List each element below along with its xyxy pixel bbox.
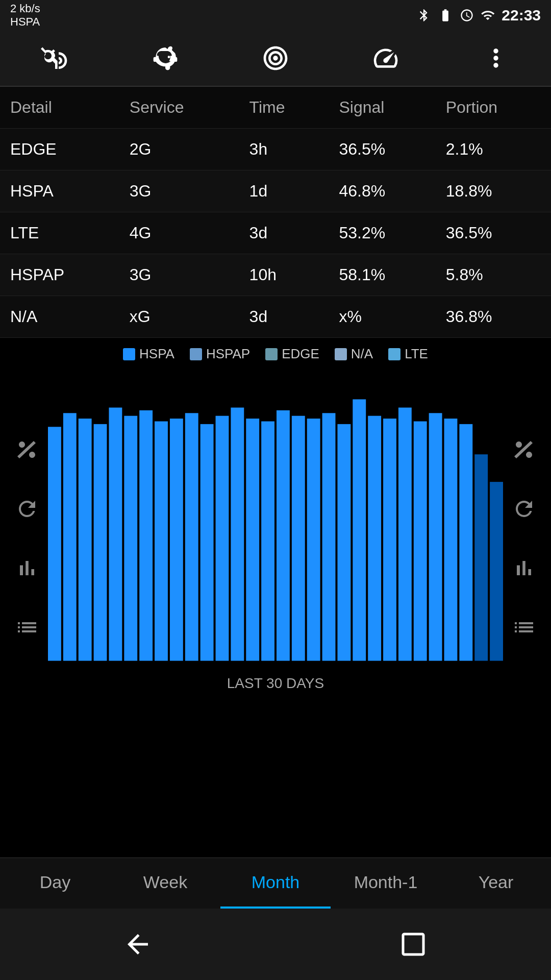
legend-label-hspap: HSPAP	[206, 346, 250, 362]
list-icon-right	[512, 615, 536, 640]
cell-portion: 2.1%	[436, 129, 551, 170]
cell-portion: 36.8%	[436, 296, 551, 338]
bar-6	[139, 410, 153, 661]
bar-13	[246, 419, 259, 661]
col-header-portion: Portion	[436, 87, 551, 129]
bar-18	[322, 413, 336, 660]
cell-time: 1d	[239, 170, 329, 212]
cell-service: 4G	[119, 212, 239, 254]
bar-chart-icon-right	[512, 556, 536, 580]
cell-time: 3d	[239, 212, 329, 254]
bar-2	[79, 419, 92, 661]
time-display: 22:33	[502, 7, 541, 24]
bar-16	[292, 416, 305, 661]
bar-0	[48, 427, 61, 660]
tab-week[interactable]: Week	[110, 858, 220, 909]
cell-signal: 46.8%	[329, 170, 435, 212]
cell-detail: EDGE	[0, 129, 119, 170]
auto-detect-button[interactable]	[255, 38, 296, 79]
nav-back-button[interactable]	[112, 924, 163, 965]
left-refresh-button[interactable]	[10, 492, 44, 526]
bar-12	[231, 408, 244, 661]
bar-23	[398, 408, 412, 661]
cell-portion: 5.8%	[436, 254, 551, 296]
tab-month[interactable]: Month	[220, 858, 331, 909]
legend-dot-lte	[388, 348, 400, 360]
clock-icon	[460, 8, 474, 22]
percent-icon-left	[15, 437, 39, 462]
cell-time: 10h	[239, 254, 329, 296]
left-list-button[interactable]	[10, 610, 44, 644]
left-percent-button[interactable]	[10, 433, 44, 467]
legend-label-n/a: N/A	[351, 346, 373, 362]
bar-24	[414, 421, 427, 660]
right-controls	[505, 380, 546, 697]
more-options-button[interactable]	[475, 38, 516, 79]
wifi-icon	[480, 8, 495, 22]
bottom-tabs: DayWeekMonthMonth-1Year	[0, 857, 551, 909]
status-bar: 2 kb/s HSPA 22:33	[0, 0, 551, 31]
legend-item-hspa: HSPA	[123, 346, 174, 362]
right-barchart-button[interactable]	[507, 551, 541, 585]
chart-label: LAST 30 DAYS	[5, 675, 546, 692]
bar-10	[201, 424, 214, 661]
auto-detect-icon	[261, 44, 290, 72]
table-row: N/AxG3dx%36.8%	[0, 296, 551, 338]
right-percent-button[interactable]	[507, 433, 541, 467]
cell-signal: 58.1%	[329, 254, 435, 296]
cell-detail: HSPAP	[0, 254, 119, 296]
cell-service: xG	[119, 296, 239, 338]
cell-service: 2G	[119, 129, 239, 170]
signal-tower-icon	[41, 44, 69, 72]
cell-service: 3G	[119, 170, 239, 212]
refresh-icon-right	[512, 497, 536, 521]
legend-label-edge: EDGE	[282, 346, 319, 362]
bar-11	[216, 416, 229, 661]
bar-14	[261, 421, 274, 660]
left-controls	[5, 380, 46, 697]
cell-time: 3d	[239, 296, 329, 338]
table-header-row: Detail Service Time Signal Portion	[0, 87, 551, 129]
bar-chart-icon-left	[15, 556, 39, 580]
cell-detail: LTE	[0, 212, 119, 254]
bar-3	[94, 424, 107, 661]
main-content: Detail Service Time Signal Portion EDGE2…	[0, 87, 551, 857]
col-header-time: Time	[239, 87, 329, 129]
cell-signal: 53.2%	[329, 212, 435, 254]
percent-icon-right	[512, 437, 536, 462]
cell-portion: 36.5%	[436, 212, 551, 254]
tab-year[interactable]: Year	[441, 858, 551, 909]
tab-day[interactable]: Day	[0, 858, 110, 909]
nav-home-button[interactable]	[388, 924, 439, 965]
back-arrow-icon	[122, 929, 153, 960]
cell-detail: N/A	[0, 296, 119, 338]
more-vert-icon	[482, 44, 510, 72]
legend-dot-hspap	[190, 348, 202, 360]
network-type: HSPA	[10, 15, 40, 29]
legend-label-hspa: HSPA	[139, 346, 174, 362]
right-list-button[interactable]	[507, 610, 541, 644]
legend-item-n/a: N/A	[335, 346, 373, 362]
bar-8	[170, 419, 183, 661]
network-speed: 2 kb/s	[10, 2, 40, 15]
data-table: Detail Service Time Signal Portion EDGE2…	[0, 87, 551, 338]
speedometer-icon	[371, 44, 400, 72]
col-header-signal: Signal	[329, 87, 435, 129]
table-row: HSPA3G1d46.8%18.8%	[0, 170, 551, 212]
table-row: HSPAP3G10h58.1%5.8%	[0, 254, 551, 296]
legend-dot-edge	[265, 348, 278, 360]
cell-time: 3h	[239, 129, 329, 170]
legend-item-edge: EDGE	[265, 346, 319, 362]
left-barchart-button[interactable]	[10, 551, 44, 585]
signal-tower-button[interactable]	[35, 38, 76, 79]
right-refresh-button[interactable]	[507, 492, 541, 526]
legend-item-lte: LTE	[388, 346, 428, 362]
piggy-bank-button[interactable]	[145, 38, 186, 79]
bar-4	[109, 408, 122, 661]
bar-25	[429, 413, 442, 660]
speedometer-button[interactable]	[365, 38, 406, 79]
legend-label-lte: LTE	[405, 346, 428, 362]
tab-month1[interactable]: Month-1	[331, 858, 441, 909]
toolbar	[0, 31, 551, 87]
cell-detail: HSPA	[0, 170, 119, 212]
